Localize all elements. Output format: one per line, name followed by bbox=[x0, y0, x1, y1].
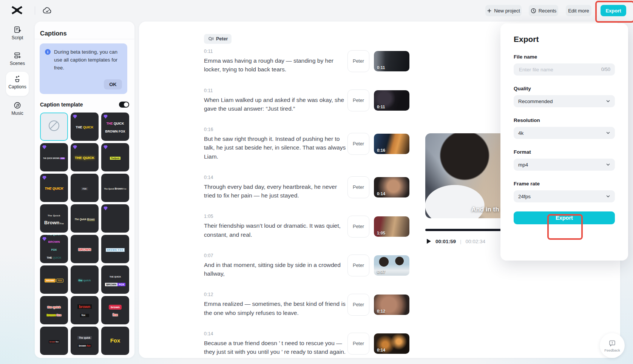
caption-template-13[interactable]: BROWN bbox=[71, 235, 99, 263]
speaker-voice-box[interactable]: Peter bbox=[347, 333, 369, 355]
speaker-voice-box[interactable]: Peter bbox=[347, 254, 369, 276]
caption-template-7[interactable]: FOX bbox=[71, 174, 99, 202]
quality-value: Recommended bbox=[518, 99, 606, 104]
caption-row: 0:16But he saw right through it. Instead… bbox=[204, 127, 409, 161]
clip-thumbnail[interactable]: 0:07 bbox=[374, 255, 409, 276]
caption-text[interactable]: Because a true friend doesn ’ t need to … bbox=[204, 339, 347, 356]
caption-template-9[interactable]: The QuickBrown Fox bbox=[40, 204, 68, 233]
clip-duration: 0:16 bbox=[377, 148, 385, 153]
export-modal-title: Export bbox=[514, 35, 615, 44]
speaker-voice-box[interactable]: Peter bbox=[347, 294, 369, 316]
clip-duration: 0:14 bbox=[377, 348, 385, 352]
caption-text[interactable]: Through every bad day, every heartbreak,… bbox=[204, 182, 347, 200]
premium-diamond-icon bbox=[103, 207, 108, 210]
caption-template-20[interactable]: brownfox bbox=[101, 296, 129, 324]
sidebar-label-script: Script bbox=[0, 35, 35, 40]
premium-diamond-icon bbox=[103, 145, 108, 149]
caption-template-12[interactable]: THE QUICKBROWNFOXTHE QUICKBROWN bbox=[40, 235, 68, 263]
char-counter: 0/50 bbox=[601, 67, 610, 72]
sidebar-item-scenes[interactable]: Scenes bbox=[0, 51, 35, 66]
recents-button[interactable]: Recents bbox=[529, 5, 558, 16]
clip-thumbnail[interactable]: 0:14 bbox=[374, 177, 409, 197]
caption-template-22[interactable]: The quickbrown fox bbox=[71, 327, 99, 355]
speaker-chip[interactable]: Peter bbox=[204, 34, 232, 44]
caption-text[interactable]: And in that moment, sitting side by side… bbox=[204, 261, 347, 278]
cloud-sync-icon[interactable] bbox=[42, 6, 52, 15]
caption-template-none[interactable] bbox=[40, 113, 68, 141]
clip-thumbnail[interactable]: 0:14 bbox=[374, 333, 409, 354]
caption-text[interactable]: But he saw right through it. Instead of … bbox=[204, 134, 347, 161]
caption-template-5[interactable]: TheQuick bbox=[101, 143, 129, 171]
speaker-voice-box[interactable]: Peter bbox=[347, 89, 369, 111]
speaker-voice-box[interactable]: Peter bbox=[347, 216, 369, 238]
file-name-label: File name bbox=[514, 54, 615, 60]
quality-select[interactable]: Recommended bbox=[514, 95, 615, 107]
caption-template-1[interactable]: THE QUICK bbox=[71, 113, 99, 141]
frame-rate-select[interactable]: 24fps bbox=[514, 190, 615, 202]
export-modal: Export File name0/50QualityRecommendedRe… bbox=[500, 23, 628, 261]
caption-template-toggle[interactable] bbox=[119, 102, 129, 108]
format-select[interactable]: mp4 bbox=[514, 159, 615, 171]
caption-template-6[interactable]: THE QUICK bbox=[40, 174, 68, 202]
caption-text[interactable]: Emma was having a rough day — standing b… bbox=[204, 56, 347, 74]
export-confirm-button[interactable]: Export bbox=[514, 211, 615, 224]
clip-thumbnail[interactable]: 1:05 bbox=[374, 216, 409, 237]
caption-template-11[interactable] bbox=[101, 204, 129, 233]
speaker-voice-box[interactable]: Peter bbox=[347, 133, 369, 155]
file-name-input[interactable] bbox=[518, 66, 598, 73]
speaker-voice-box[interactable]: Peter bbox=[347, 50, 369, 72]
current-time: 00:01:59 bbox=[435, 239, 456, 244]
caption-timestamp: 0:14 bbox=[204, 331, 347, 336]
script-icon bbox=[13, 26, 22, 34]
clip-thumbnail[interactable]: 0:11 bbox=[374, 51, 409, 71]
caption-template-21[interactable]: brown fox bbox=[40, 327, 68, 355]
chevron-down-icon bbox=[606, 131, 610, 135]
sidebar-item-script[interactable]: Script bbox=[0, 26, 35, 40]
capcut-logo-icon[interactable] bbox=[11, 5, 23, 15]
caption-template-3[interactable]: THE QUICK BROWN FOX bbox=[40, 143, 68, 171]
caption-text[interactable]: When Liam walked up and asked if she was… bbox=[204, 96, 347, 113]
speaker-voice-box[interactable]: Peter bbox=[347, 176, 369, 198]
export-top-button[interactable]: Export bbox=[601, 5, 626, 16]
caption-text[interactable]: Emma realized — sometimes, the best kind… bbox=[204, 299, 347, 317]
caption-template-14[interactable]: BROWN FOX bbox=[101, 235, 129, 263]
caption-template-23[interactable]: Fox bbox=[101, 327, 129, 355]
format-value: mp4 bbox=[518, 162, 606, 168]
premium-diamond-icon bbox=[42, 145, 46, 149]
transcript-rows: 0:11Emma was having a rough day — standi… bbox=[204, 49, 409, 364]
file-name-field: 0/50 bbox=[514, 63, 615, 76]
clip-duration: 0:14 bbox=[377, 191, 385, 196]
caption-template-4[interactable]: THE QUICK bbox=[71, 143, 99, 171]
caption-template-16[interactable]: the quick bbox=[71, 265, 99, 294]
caption-template-18[interactable]: the quickbrown fox bbox=[40, 296, 68, 324]
resolution-value: 4k bbox=[518, 130, 606, 136]
caption-template-15[interactable]: BROWN FOX bbox=[40, 265, 68, 294]
premium-diamond-icon bbox=[73, 115, 77, 119]
caption-row: 0:14Because a true friend doesn ’ t need… bbox=[204, 331, 409, 356]
clip-duration: 0:11 bbox=[377, 65, 385, 70]
feedback-button[interactable]: Feedback bbox=[600, 333, 625, 358]
captions-icon bbox=[13, 75, 22, 83]
music-icon bbox=[13, 101, 22, 110]
caption-text[interactable]: Their friendship wasn’t loud or dramatic… bbox=[204, 221, 347, 239]
caption-template-10[interactable]: The Quick Brown bbox=[71, 204, 99, 233]
ok-button[interactable]: OK bbox=[104, 79, 122, 89]
clip-thumbnail[interactable]: 0:11 bbox=[374, 90, 409, 111]
chevron-down-icon bbox=[606, 194, 610, 199]
new-project-button[interactable]: New project bbox=[485, 5, 522, 16]
sidebar-item-captions[interactable]: Captions bbox=[0, 75, 35, 89]
caption-template-2[interactable]: THE QUICKBROWN FOX bbox=[101, 113, 129, 141]
sidebar-item-music[interactable]: Music bbox=[0, 101, 35, 116]
caption-template-17[interactable]: THE QUICKBROWNFOX bbox=[101, 265, 129, 294]
caption-template-8[interactable]: The Quick Brown Fox bbox=[101, 174, 129, 202]
clip-thumbnail[interactable]: 0:12 bbox=[374, 295, 409, 315]
caption-template-19[interactable]: brownfox bbox=[71, 296, 99, 324]
sidebar-label-captions: Captions bbox=[0, 84, 35, 89]
clip-duration: 0:07 bbox=[377, 270, 385, 274]
clip-thumbnail[interactable]: 0:16 bbox=[374, 134, 409, 154]
time-separator: | bbox=[460, 239, 461, 244]
edit-more-button[interactable]: Edit more bbox=[566, 5, 591, 16]
play-icon[interactable] bbox=[426, 238, 431, 244]
resolution-select[interactable]: 4k bbox=[514, 127, 615, 139]
playback-controls: 00:01:59 | 00:02:34 bbox=[426, 237, 485, 246]
